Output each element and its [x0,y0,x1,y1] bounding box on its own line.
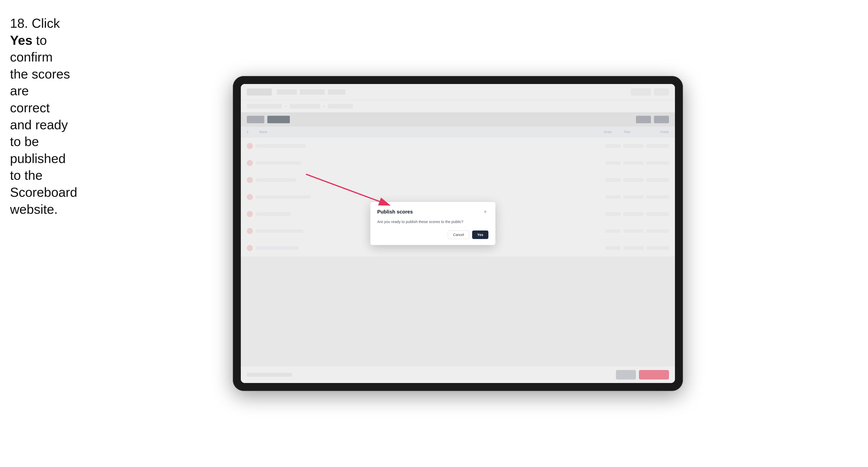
modal-overlay: Publish scores × Are you ready to publis… [241,84,675,383]
dialog-footer: Cancel Yes [377,230,488,239]
tablet-wrapper: # Name Score Time Points [78,0,868,467]
instruction-prefix: Click [32,16,60,31]
instruction-text: 18. Click Yes to confirm the scores are … [10,15,70,218]
instruction-yes-bold: Yes [10,33,32,48]
dialog-title: Publish scores [377,209,413,215]
dialog-yes-button[interactable]: Yes [472,230,488,239]
tablet-device: # Name Score Time Points [233,76,683,391]
tablet-screen: # Name Score Time Points [241,84,675,383]
dialog-close-button[interactable]: × [483,209,488,215]
instruction-panel: 18. Click Yes to confirm the scores are … [0,0,78,218]
dialog-message: Are you ready to publish these scores to… [377,219,488,225]
step-number: 18. [10,16,28,31]
dialog-header: Publish scores × [377,209,488,215]
publish-scores-dialog: Publish scores × Are you ready to publis… [370,202,495,245]
dialog-cancel-button[interactable]: Cancel [448,230,469,239]
instruction-suffix: to confirm the scores are correct and re… [10,33,77,217]
